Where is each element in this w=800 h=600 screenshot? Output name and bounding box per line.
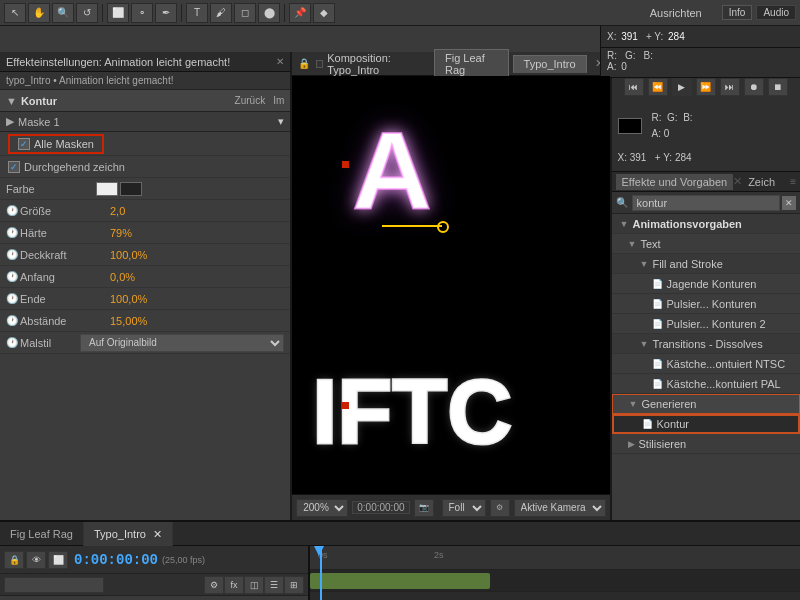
abstaende-value[interactable]: 15,00% xyxy=(110,315,284,327)
ende-label: Ende xyxy=(20,293,110,305)
text-item[interactable]: ▼ Text xyxy=(612,234,800,254)
toolbar-btn-camera[interactable]: ⬜ xyxy=(107,3,129,23)
effects-menu-btn[interactable]: ≡ xyxy=(790,176,796,187)
timeline-left: 🔒 👁 ⬜ 0:00:00:00 (25,00 fps) ⚙ fx ◫ ☰ ⊞ … xyxy=(0,546,310,600)
bottom-timeline: Fig Leaf Rag Typo_Intro ✕ 🔒 👁 ⬜ 0:00:00:… xyxy=(0,520,800,600)
kontur-back-btn[interactable]: Zurück xyxy=(235,95,266,106)
kaestche-ntsc-item[interactable]: 📄 Kästche...ontuiert NTSC xyxy=(612,354,800,374)
timeline-tab-close[interactable]: ✕ xyxy=(153,528,162,540)
fig-leaf-timeline-tab[interactable]: Fig Leaf Rag xyxy=(0,522,84,546)
animationsvorgaben-label: Animationsvorgaben xyxy=(632,218,741,230)
toolbar-btn-zoom[interactable]: 🔍 xyxy=(52,3,74,23)
masken-label: Maske 1 xyxy=(18,116,60,128)
pulsier-konturen2-item[interactable]: 📄 Pulsier... Konturen 2 xyxy=(612,314,800,334)
preview-record-btn[interactable]: ⏺ xyxy=(744,78,764,96)
anfang-value[interactable]: 0,0% xyxy=(110,271,284,283)
groesse-clock-icon: 🕐 xyxy=(6,205,18,216)
haerte-row: 🕐 Härte 79% xyxy=(0,222,290,244)
effects-presets-tab[interactable]: Effekte und Vorgaben xyxy=(616,174,734,190)
zoom-select[interactable]: 200% 100% 50% xyxy=(296,499,348,517)
panel-close-btn[interactable]: ✕ xyxy=(276,56,284,67)
letter-a: A xyxy=(352,106,431,233)
time-label-2s: 2s xyxy=(434,550,444,560)
typo-intro-timeline-tab[interactable]: Typo_Intro ✕ xyxy=(84,522,173,546)
farbe-color-swatch[interactable] xyxy=(96,182,142,196)
kaestche-pal-item[interactable]: 📄 Kästche...kontuiert PAL xyxy=(612,374,800,394)
tl-blend-btn[interactable]: ☰ xyxy=(264,576,284,594)
toolbar-btn-pen[interactable]: ✒ xyxy=(155,3,177,23)
toolbar-btn-brush[interactable]: 🖌 xyxy=(210,3,232,23)
toolbar-btn-rotate[interactable]: ↺ xyxy=(76,3,98,23)
timecode-display[interactable]: 0:00:00:00 xyxy=(352,501,409,514)
right-panel: Vorschau ≡ ⏮ ⏪ ▶ ⏩ ⏭ ⏺ ⏹ R: G: B: A: 0 xyxy=(612,52,800,520)
lock-btn[interactable]: 🔒 xyxy=(4,551,24,569)
composition-panel: 🔒 Komposition: Typo_Intro Fig Leaf Rag T… xyxy=(292,52,611,520)
deckkraft-value[interactable]: 100,0% xyxy=(110,249,284,261)
toolbar-btn-stamp[interactable]: ⬤ xyxy=(258,3,280,23)
preview-play-btn[interactable]: ▶ xyxy=(672,78,692,96)
preview-last-btn[interactable]: ⏭ xyxy=(720,78,740,96)
effects-search-bar: 🔍 ✕ xyxy=(612,192,800,214)
groesse-row: 🕐 Größe 2,0 xyxy=(0,200,290,222)
durchgehend-checkbox[interactable] xyxy=(8,161,20,173)
comp-settings-icon: ⚙ xyxy=(490,499,510,517)
toolbar-btn-light[interactable]: ⚬ xyxy=(131,3,153,23)
fig-leaf-tab[interactable]: Fig Leaf Rag xyxy=(434,49,509,79)
search-clear-btn[interactable]: ✕ xyxy=(782,196,796,210)
kontur-expand-icon: ▼ xyxy=(6,95,17,107)
red-marker-1 xyxy=(342,161,349,168)
toolbar-btn-shape[interactable]: ◆ xyxy=(313,3,335,23)
effects-search-input[interactable] xyxy=(632,195,780,211)
preview-next-btn[interactable]: ⏩ xyxy=(696,78,716,96)
generieren-category[interactable]: ▼ Generieren xyxy=(612,394,800,414)
transitions-dissolves-label: Transitions - Dissolves xyxy=(652,338,762,350)
tl-fx-btn[interactable]: fx xyxy=(224,576,244,594)
timeline-search-input[interactable] xyxy=(4,577,104,593)
masken-expand[interactable]: ▶ xyxy=(6,115,14,128)
tl-extra-btn[interactable]: ⊞ xyxy=(284,576,304,594)
preview-first-btn[interactable]: ⏮ xyxy=(624,78,644,96)
ende-value[interactable]: 100,0% xyxy=(110,293,284,305)
toolbar-btn-arrow[interactable]: ↖ xyxy=(4,3,26,23)
generieren-folder-icon: ▼ xyxy=(629,399,638,409)
malstil-select[interactable]: Auf Originalbild Unter Originalbild xyxy=(80,334,284,352)
toolbar-btn-pin[interactable]: 📌 xyxy=(289,3,311,23)
haerte-value[interactable]: 79% xyxy=(110,227,284,239)
toolbar-btn-text[interactable]: T xyxy=(186,3,208,23)
color-swatch-black xyxy=(618,118,642,134)
camera-icon-btn[interactable]: 📷 xyxy=(414,499,434,517)
toolbar-btn-hand[interactable]: ✋ xyxy=(28,3,50,23)
tl-search-btn[interactable]: ⚙ xyxy=(204,576,224,594)
effect-settings-title: Effekteinstellungen: Animation leicht ge… xyxy=(6,56,276,68)
typo-intro-tab[interactable]: Typo_Intro xyxy=(513,55,587,73)
alle-masken-row: Alle Masken xyxy=(0,132,290,156)
jagende-konturen-item[interactable]: 📄 Jagende Konturen xyxy=(612,274,800,294)
tl-btn-3[interactable]: ⬜ xyxy=(48,551,68,569)
pulsier-konturen-item[interactable]: 📄 Pulsier... Konturen xyxy=(612,294,800,314)
groesse-value[interactable]: 2,0 xyxy=(110,205,284,217)
rgb-info: R: G: B: A: 0 xyxy=(646,106,699,146)
alle-masken-checkbox[interactable] xyxy=(18,138,30,150)
eye-btn[interactable]: 👁 xyxy=(26,551,46,569)
fill-and-stroke-category[interactable]: ▼ Fill and Stroke xyxy=(612,254,800,274)
preview-prev-btn[interactable]: ⏪ xyxy=(648,78,668,96)
stilisieren-item[interactable]: ▶ Stilisieren xyxy=(612,434,800,454)
preview-stop-btn[interactable]: ⏹ xyxy=(768,78,788,96)
effects-panel-header: Effekte und Vorgaben ✕ Zeich ≡ xyxy=(612,172,800,192)
tl-mode-btn[interactable]: ◫ xyxy=(244,576,264,594)
generieren-label: Generieren xyxy=(641,398,696,410)
stilisieren-label: Stilisieren xyxy=(639,438,687,450)
audio-tab[interactable]: Audio xyxy=(756,5,796,20)
animationsvorgaben-category[interactable]: ▼ Animationsvorgaben xyxy=(612,214,800,234)
quality-select[interactable]: Foll Half xyxy=(442,499,486,517)
toolbar-btn-rubber[interactable]: ◻ xyxy=(234,3,256,23)
effect-properties: Farbe 🕐 Größe 2,0 🕐 Härte 79% 🕐 Deckkraf… xyxy=(0,178,290,520)
zeich-tab[interactable]: Zeich xyxy=(742,174,781,190)
r-label: R: xyxy=(607,50,617,61)
kontur-item[interactable]: 📄 Kontur xyxy=(612,414,800,434)
camera-select[interactable]: Aktive Kamera xyxy=(514,499,606,517)
fill-stroke-folder-icon: ▼ xyxy=(640,259,649,269)
search-icon: 🔍 xyxy=(616,197,628,208)
info-tab[interactable]: Info xyxy=(722,5,753,20)
transitions-dissolves-category[interactable]: ▼ Transitions - Dissolves xyxy=(612,334,800,354)
